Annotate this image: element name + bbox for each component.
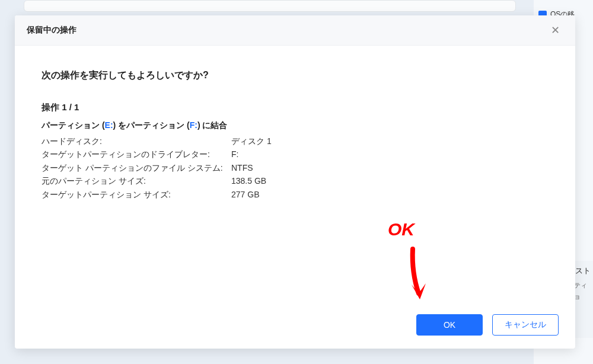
annotation-ok-text: OK — [388, 219, 415, 240]
detail-label: ハードディスク: — [42, 135, 231, 148]
detail-row: ハードディスク: ディスク 1 — [42, 135, 549, 148]
detail-label: ターゲットパーティションのドライブレター: — [42, 148, 231, 161]
op-title-text: ) に結合 — [197, 120, 228, 130]
detail-label: ターゲット パーティションのファイル システム: — [42, 161, 231, 174]
detail-row: 元のパーティション サイズ: 138.5 GB — [42, 174, 549, 187]
detail-row: ターゲット パーティションのファイル システム: NTFS — [42, 161, 549, 174]
dialog-footer: OK キャンセル — [15, 305, 575, 349]
operation-details: ハードディスク: ディスク 1 ターゲットパーティションのドライブレター: F:… — [42, 135, 549, 201]
dialog-title: 保留中の操作 — [27, 25, 76, 36]
pending-operations-dialog: 保留中の操作 ✕ 次の操作を実行してもよろしいですか? 操作 1 / 1 パーテ… — [15, 15, 575, 349]
ok-button-label: OK — [444, 320, 455, 330]
detail-value: ディスク 1 — [231, 135, 549, 148]
dialog-header: 保留中の操作 ✕ — [15, 15, 575, 46]
operation-heading: 操作 1 / 1 — [42, 102, 549, 113]
drive-letter-f: F: — [190, 120, 197, 130]
detail-row: ターゲットパーティションのドライブレター: F: — [42, 148, 549, 161]
confirm-question: 次の操作を実行してもよろしいですか? — [42, 69, 549, 82]
background-panel — [24, 0, 516, 12]
drive-letter-e: E: — [105, 120, 113, 130]
close-button[interactable]: ✕ — [547, 24, 563, 37]
operation-title: パーティション (E:) をパーティション (F:) に結合 — [42, 120, 549, 131]
op-title-text: ) をパーティション ( — [113, 120, 190, 130]
detail-row: ターゲットパーティション サイズ: 277 GB — [42, 188, 549, 201]
detail-value: 138.5 GB — [231, 174, 549, 187]
detail-value: 277 GB — [231, 188, 549, 201]
detail-label: 元のパーティション サイズ: — [42, 174, 231, 187]
detail-value: NTFS — [231, 161, 549, 174]
detail-value: F: — [231, 148, 549, 161]
ok-button[interactable]: OK — [416, 314, 483, 336]
dialog-body: 次の操作を実行してもよろしいですか? 操作 1 / 1 パーティション (E:)… — [15, 46, 575, 305]
cancel-button-label: キャンセル — [505, 320, 546, 330]
op-title-text: パーティション ( — [42, 120, 105, 130]
cancel-button[interactable]: キャンセル — [492, 314, 559, 336]
close-icon: ✕ — [551, 24, 560, 36]
detail-label: ターゲットパーティション サイズ: — [42, 188, 231, 201]
